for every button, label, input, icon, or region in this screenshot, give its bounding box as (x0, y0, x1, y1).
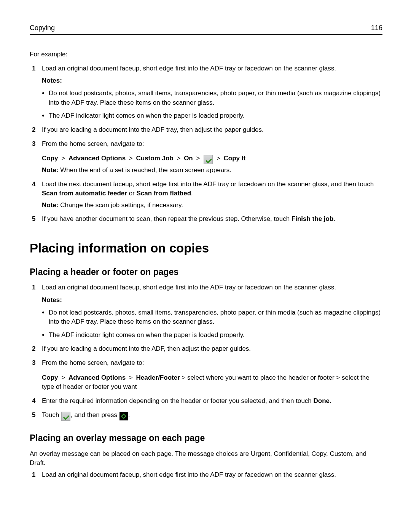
document-page: Copying 116 For example: 1 Load an origi… (0, 0, 411, 507)
header-section: Copying (30, 23, 55, 33)
crumb-item: Copy (42, 155, 58, 162)
subsection-title: Placing an overlay message on each page (30, 432, 382, 444)
step-text: Touch (42, 411, 61, 419)
note-body: When the end of a set is reached, the sc… (58, 166, 231, 174)
step-number: 2 (32, 344, 35, 354)
crumb-sep: > (61, 374, 65, 381)
notes-label: Notes: (42, 76, 382, 86)
note-bullet: Do not load postcards, photos, small ite… (49, 89, 382, 107)
step-bold: Scan from automatic feeder (42, 190, 127, 197)
step-text: . (330, 397, 331, 404)
intro-text: For example: (30, 50, 382, 59)
crumb-item: Copy It (224, 155, 246, 162)
step-text: or (127, 190, 137, 197)
subsection-title: Placing a header or footer on pages (30, 266, 382, 278)
subsection-intro: An overlay message can be placed on each… (30, 449, 382, 468)
step-item: 1 Load an original document faceup, shor… (30, 64, 382, 121)
section-title: Placing information on copies (30, 239, 382, 257)
note-line: Note: Change the scan job settings, if n… (42, 201, 382, 210)
step-item: 2 If you are loading a document into the… (30, 344, 382, 354)
step-item: 3 From the home screen, navigate to: Cop… (30, 358, 382, 392)
step-text: From the home screen, navigate to: (42, 140, 144, 147)
step-text: . (333, 215, 335, 222)
note-bullet: The ADF indicator light comes on when th… (49, 331, 382, 340)
step-item: 1 Load an original document faceup, shor… (30, 470, 382, 480)
crumb-item: On (184, 155, 193, 162)
note-bullet: Do not load postcards, photos, small ite… (49, 308, 382, 327)
step-item: 5 Touch , and then press . (30, 411, 382, 420)
step-text: . (191, 190, 193, 197)
step-number: 1 (32, 64, 35, 73)
note-prefix: Note: (42, 201, 58, 209)
step-text: Load the next document faceup, short edg… (42, 181, 374, 188)
step-text: Enter the required information depending… (42, 397, 314, 404)
crumb-item: Header/Footer (136, 374, 180, 381)
step-number: 4 (32, 396, 35, 406)
step-number: 5 (32, 411, 35, 420)
breadcrumb: Copy > Advanced Options > Header/Footer … (42, 373, 382, 392)
step-item: 2 If you are loading a document into the… (30, 125, 382, 135)
step-text: If you have another document to scan, th… (42, 215, 292, 222)
steps-list-a: 1 Load an original document faceup, shor… (30, 64, 382, 224)
start-diamond-icon (119, 412, 128, 420)
check-icon (204, 155, 213, 164)
crumb-sep: > (129, 155, 133, 162)
page-header: Copying 116 (30, 23, 382, 35)
step-number: 3 (32, 139, 35, 149)
step-item: 1 Load an original document faceup, shor… (30, 283, 382, 340)
step-number: 3 (32, 358, 35, 368)
crumb-sep: > (177, 155, 180, 162)
steps-list-b2: 1 Load an original document faceup, shor… (30, 470, 382, 480)
step-text: Load an original document faceup, short … (42, 471, 336, 478)
note-bullet: The ADF indicator light comes on when th… (49, 111, 382, 121)
crumb-sep: > (129, 374, 133, 381)
note-body: Change the scan job settings, if necessa… (58, 201, 183, 209)
crumb-sep: > (217, 155, 220, 162)
step-text: , and then press (71, 411, 119, 419)
step-text: If you are loading a document into the A… (42, 126, 264, 133)
step-text: From the home screen, navigate to: (42, 359, 144, 366)
step-number: 2 (32, 125, 35, 135)
step-text: . (128, 411, 130, 419)
check-icon (61, 412, 70, 421)
step-text: Load an original document faceup, short … (42, 284, 336, 291)
crumb-item: Custom Job (136, 155, 174, 162)
breadcrumb: Copy > Advanced Options > Custom Job > O… (42, 154, 382, 163)
step-item: 3 From the home screen, navigate to: Cop… (30, 139, 382, 175)
step-text: Load an original document faceup, short … (42, 65, 336, 72)
crumb-item: Advanced Options (68, 155, 126, 162)
note-prefix: Note: (42, 166, 58, 174)
header-page-number: 116 (371, 23, 382, 33)
crumb-item: Advanced Options (68, 374, 126, 381)
step-bold: Done (314, 397, 330, 404)
step-item: 4 Load the next document faceup, short e… (30, 180, 382, 210)
crumb-sep: > (61, 155, 65, 162)
step-number: 4 (32, 180, 35, 189)
note-line: Note: When the end of a set is reached, … (42, 166, 382, 175)
steps-list-b1: 1 Load an original document faceup, shor… (30, 283, 382, 420)
step-text: If you are loading a document into the A… (42, 345, 251, 352)
step-number: 1 (32, 283, 35, 292)
notes-bullets: Do not load postcards, photos, small ite… (49, 308, 382, 340)
notes-label: Notes: (42, 296, 382, 305)
crumb-item: Copy (42, 374, 58, 381)
step-item: 5 If you have another document to scan, … (30, 214, 382, 224)
crumb-sep: > (196, 155, 200, 162)
step-bold: Scan from flatbed (136, 190, 191, 197)
step-number: 1 (32, 470, 35, 480)
step-item: 4 Enter the required information dependi… (30, 396, 382, 406)
step-bold: Finish the job (292, 215, 334, 222)
step-number: 5 (32, 214, 35, 224)
notes-bullets: Do not load postcards, photos, small ite… (49, 89, 382, 121)
